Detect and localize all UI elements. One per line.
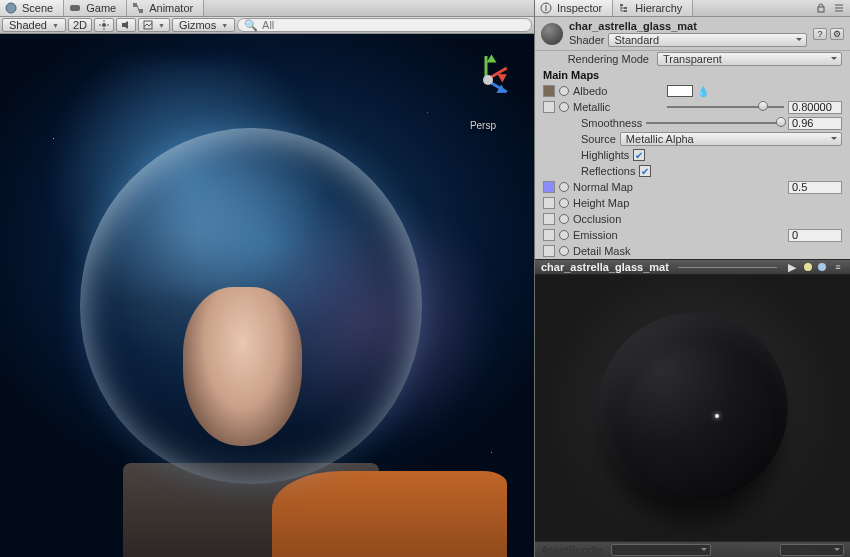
color-picker-icon[interactable]: 💧 <box>697 86 709 97</box>
source-label: Source <box>581 133 616 145</box>
lock-icon[interactable] <box>814 1 828 15</box>
game-icon <box>69 2 81 14</box>
svg-rect-15 <box>624 7 627 9</box>
tab-hierarchy[interactable]: Hierarchy <box>613 0 693 16</box>
smoothness-value[interactable]: 0.96 <box>788 117 842 130</box>
tab-game[interactable]: Game <box>64 0 127 16</box>
highlights-checkbox[interactable]: ✔ <box>633 149 645 161</box>
svg-rect-3 <box>139 9 143 13</box>
search-icon: 🔍 <box>244 19 258 32</box>
sun-icon <box>99 20 109 30</box>
gizmos-label: Gizmos <box>179 19 216 31</box>
material-preview[interactable] <box>535 275 850 541</box>
normalmap-texture-slot[interactable] <box>543 181 555 193</box>
animator-icon <box>132 2 144 14</box>
scene-pane: Scene Game Animator Shaded▼ 2D <box>0 0 535 557</box>
scene-search[interactable]: 🔍 <box>237 18 532 32</box>
scene-viewport[interactable]: Persp <box>0 34 534 557</box>
shader-label: Shader <box>569 34 604 46</box>
emission-value[interactable]: 0 <box>788 229 842 242</box>
metallic-label: Metallic <box>573 101 663 113</box>
source-dropdown[interactable]: Metallic Alpha <box>620 132 842 146</box>
emission-texture-slot[interactable] <box>543 229 555 241</box>
metallic-slider[interactable] <box>667 101 784 113</box>
smoothness-label: Smoothness <box>581 117 642 129</box>
material-header: char_astrella_glass_mat Shader Standard … <box>535 17 850 51</box>
metallic-radio[interactable] <box>559 102 569 112</box>
svg-line-4 <box>137 5 139 11</box>
audio-toggle[interactable] <box>116 18 136 32</box>
emission-label: Emission <box>573 229 663 241</box>
material-thumbnail <box>541 23 563 45</box>
highlights-label: Highlights <box>581 149 629 161</box>
svg-rect-16 <box>624 10 627 12</box>
tab-label: Animator <box>149 2 193 14</box>
heightmap-texture-slot[interactable] <box>543 197 555 209</box>
tab-label: Scene <box>22 2 53 14</box>
svg-rect-14 <box>620 4 623 6</box>
preview-light1-icon[interactable] <box>804 263 812 271</box>
metallic-texture-slot[interactable] <box>543 101 555 113</box>
inspector-pane: i Inspector Hierarchy char_astrella_glas… <box>535 0 850 557</box>
detailmask-texture-slot[interactable] <box>543 245 555 257</box>
emission-radio[interactable] <box>559 230 569 240</box>
svg-rect-20 <box>818 7 824 12</box>
detailmask-label: Detail Mask <box>573 245 663 257</box>
right-tabbar: i Inspector Hierarchy <box>535 0 850 17</box>
heightmap-label: Height Map <box>573 197 663 209</box>
albedo-radio[interactable] <box>559 86 569 96</box>
preview-menu-icon[interactable]: ≡ <box>832 261 844 273</box>
tab-label: Hierarchy <box>635 2 682 14</box>
fx-toggle[interactable]: ▼ <box>138 18 170 32</box>
assetbundle-bar: AssetBundle None None <box>535 541 850 557</box>
main-maps-header: Main Maps <box>535 67 850 83</box>
tab-scene[interactable]: Scene <box>0 0 64 16</box>
tab-inspector[interactable]: i Inspector <box>535 0 613 16</box>
normalmap-label: Normal Map <box>573 181 663 193</box>
orientation-gizmo[interactable] <box>460 52 516 108</box>
normalmap-radio[interactable] <box>559 182 569 192</box>
audio-icon <box>121 20 131 30</box>
detailmask-radio[interactable] <box>559 246 569 256</box>
occlusion-label: Occlusion <box>573 213 663 225</box>
assetbundle-variant-dropdown[interactable]: None <box>780 544 844 556</box>
assetbundle-name-dropdown[interactable]: None <box>611 544 711 556</box>
reflections-label: Reflections <box>581 165 635 177</box>
svg-point-0 <box>6 3 16 13</box>
occlusion-texture-slot[interactable] <box>543 213 555 225</box>
left-tabbar: Scene Game Animator <box>0 0 534 17</box>
search-input[interactable] <box>262 19 525 31</box>
gizmos-dropdown[interactable]: Gizmos▼ <box>172 18 235 32</box>
rendering-mode-label: Rendering Mode <box>543 53 653 65</box>
material-name: char_astrella_glass_mat <box>569 20 807 32</box>
albedo-texture-slot[interactable] <box>543 85 555 97</box>
scene-icon <box>5 2 17 14</box>
normalmap-value[interactable]: 0.5 <box>788 181 842 194</box>
albedo-color[interactable] <box>667 85 693 97</box>
preview-play-icon[interactable]: ▶ <box>786 261 798 273</box>
lighting-toggle[interactable] <box>94 18 114 32</box>
btn-2d[interactable]: 2D <box>68 18 92 32</box>
svg-rect-2 <box>133 3 137 7</box>
shader-dropdown[interactable]: Standard <box>608 33 807 47</box>
rendering-mode-dropdown[interactable]: Transparent <box>657 52 842 66</box>
preview-light2-icon[interactable] <box>818 263 826 271</box>
metallic-value[interactable]: 0.80000 <box>788 101 842 114</box>
heightmap-radio[interactable] <box>559 198 569 208</box>
settings-gear-icon[interactable]: ⚙ <box>830 28 844 40</box>
reflections-checkbox[interactable]: ✔ <box>639 165 651 177</box>
svg-point-5 <box>102 23 106 27</box>
astronaut-model <box>37 128 464 546</box>
image-icon <box>143 20 153 30</box>
preview-header[interactable]: char_astrella_glass_mat ▶ ≡ <box>535 259 850 275</box>
smoothness-slider[interactable] <box>646 117 784 129</box>
tab-menu-icon[interactable] <box>832 1 846 15</box>
scene-toolbar: Shaded▼ 2D ▼ Gizmos▼ 🔍 <box>0 17 534 34</box>
projection-label[interactable]: Persp <box>470 120 496 131</box>
occlusion-radio[interactable] <box>559 214 569 224</box>
draw-mode-dropdown[interactable]: Shaded▼ <box>2 18 66 32</box>
tab-animator[interactable]: Animator <box>127 0 204 16</box>
draw-mode-label: Shaded <box>9 19 47 31</box>
help-icon[interactable]: ? <box>813 28 827 40</box>
tab-label: Inspector <box>557 2 602 14</box>
